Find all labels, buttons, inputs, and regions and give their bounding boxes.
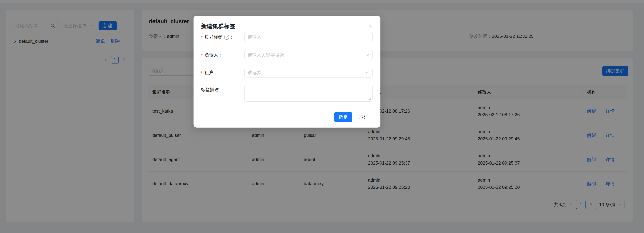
chevron-down-icon [365, 53, 369, 57]
page: 请选择租户 新建 default_cluster 编辑 删除 [0, 0, 644, 233]
tenant-select-placeholder: 请选择 [248, 70, 261, 76]
description-textarea[interactable] [244, 85, 372, 102]
close-icon[interactable] [367, 23, 374, 29]
tag-field-label: * 集群标签 ? : [201, 32, 232, 42]
owner-field-label: * 负责人 : [201, 50, 221, 60]
tag-name-input[interactable] [244, 32, 372, 42]
owner-select[interactable]: 请输入关键字搜索 [244, 50, 372, 60]
cancel-button[interactable]: 取消 [355, 112, 373, 122]
chevron-down-icon [365, 71, 369, 75]
tenant-select[interactable]: 请选择 [244, 68, 372, 78]
modal-title: 新建集群标签 [201, 23, 235, 30]
description-field-label: 标签描述 : [201, 85, 222, 95]
tenant-field-label: * 租户 : [201, 68, 216, 78]
resize-handle-icon[interactable] [368, 98, 371, 101]
help-question-icon[interactable]: ? [224, 35, 229, 40]
create-cluster-tag-modal: 新建集群标签 * 集群标签 ? : * 负责人 : 请输入关键字搜索 [194, 16, 380, 128]
ok-button[interactable]: 确定 [334, 112, 352, 122]
owner-select-placeholder: 请输入关键字搜索 [248, 52, 284, 58]
